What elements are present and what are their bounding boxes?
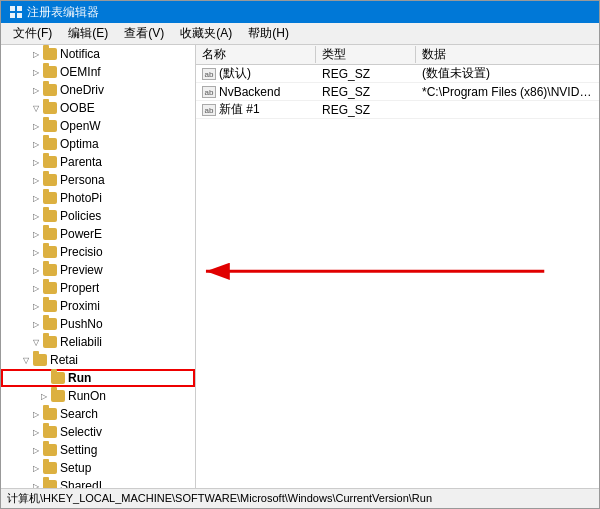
menu-help[interactable]: 帮助(H) (240, 23, 297, 44)
tree-item-runon[interactable]: ▷ RunOn (1, 387, 195, 405)
tree-label: Search (60, 407, 98, 421)
expand-icon: ▷ (29, 479, 43, 488)
folder-icon (43, 318, 57, 330)
tree-label: OEMInf (60, 65, 101, 79)
tree-label: Notifica (60, 47, 100, 61)
tree-label: Preview (60, 263, 103, 277)
col-header-type: 类型 (316, 46, 416, 63)
folder-icon (43, 246, 57, 258)
expand-icon: ▷ (29, 407, 43, 421)
folder-icon (43, 102, 57, 114)
tree-label: Retai (50, 353, 78, 367)
folder-icon (43, 174, 57, 186)
tree-item-sharedi[interactable]: ▷ SharedI (1, 477, 195, 488)
tree-label: PhotoPi (60, 191, 102, 205)
tree-label: PushNo (60, 317, 103, 331)
expand-icon: ▷ (29, 299, 43, 313)
expand-icon: ▷ (29, 191, 43, 205)
tree-item-pushno[interactable]: ▷ PushNo (1, 315, 195, 333)
svg-rect-2 (10, 13, 15, 18)
reg-icon: ab (202, 104, 216, 116)
right-panel: 名称 类型 数据 ab (默认) REG_SZ (数值未设置) ab (196, 45, 599, 488)
expand-icon: ▷ (29, 263, 43, 277)
tree-item-setup[interactable]: ▷ Setup (1, 459, 195, 477)
folder-icon (43, 282, 57, 294)
folder-icon (43, 444, 57, 456)
tree-label: RunOn (68, 389, 106, 403)
menu-favorites[interactable]: 收藏夹(A) (172, 23, 240, 44)
tree-item-persona[interactable]: ▷ Persona (1, 171, 195, 189)
tree-item-oeminf[interactable]: ▷ OEMInf (1, 63, 195, 81)
tree-item-proximi[interactable]: ▷ Proximi (1, 297, 195, 315)
tree-item-powere[interactable]: ▷ PowerE (1, 225, 195, 243)
tree-item-oobe[interactable]: ▽ OOBE (1, 99, 195, 117)
cell-type: REG_SZ (316, 67, 416, 81)
regedit-icon (9, 5, 23, 19)
expand-icon: ▷ (29, 155, 43, 169)
tree-item-precisio[interactable]: ▷ Precisio (1, 243, 195, 261)
tree-item-openw[interactable]: ▷ OpenW (1, 117, 195, 135)
tree-item-retai[interactable]: ▽ Retai (1, 351, 195, 369)
status-text: 计算机\HKEY_LOCAL_MACHINE\SOFTWARE\Microsof… (7, 491, 432, 506)
tree-item-search[interactable]: ▷ Search (1, 405, 195, 423)
reg-default-icon: ab (202, 68, 216, 80)
table-row[interactable]: ab 新值 #1 REG_SZ (196, 101, 599, 119)
main-area: ▷ Notifica ▷ OEMInf ▷ OneDriv ▽ OOBE ▷ (1, 45, 599, 488)
tree-item-run[interactable]: Run (1, 369, 195, 387)
tree-label: PowerE (60, 227, 102, 241)
table-body: ab (默认) REG_SZ (数值未设置) ab NvBackend REG_… (196, 65, 599, 488)
expand-icon: ▷ (29, 461, 43, 475)
folder-icon (43, 480, 57, 488)
folder-icon (43, 120, 57, 132)
tree-label: Optima (60, 137, 99, 151)
window-title: 注册表编辑器 (27, 4, 99, 21)
table-row[interactable]: ab (默认) REG_SZ (数值未设置) (196, 65, 599, 83)
folder-icon (43, 408, 57, 420)
tree-label: Parenta (60, 155, 102, 169)
table-row[interactable]: ab NvBackend REG_SZ *C:\Program Files (x… (196, 83, 599, 101)
tree-label: Setting (60, 443, 97, 457)
tree-item-policies[interactable]: ▷ Policies (1, 207, 195, 225)
svg-rect-3 (17, 13, 22, 18)
expand-icon: ▷ (29, 209, 43, 223)
tree-item-optima[interactable]: ▷ Optima (1, 135, 195, 153)
tree-label: Reliabili (60, 335, 102, 349)
tree-label: Proximi (60, 299, 100, 313)
tree-item-notifica[interactable]: ▷ Notifica (1, 45, 195, 63)
expand-icon: ▷ (29, 245, 43, 259)
tree-item-selectiv[interactable]: ▷ Selectiv (1, 423, 195, 441)
folder-icon (43, 336, 57, 348)
tree-item-preview[interactable]: ▷ Preview (1, 261, 195, 279)
tree-item-parenta[interactable]: ▷ Parenta (1, 153, 195, 171)
folder-icon (43, 462, 57, 474)
expand-icon: ▷ (29, 317, 43, 331)
expand-icon: ▽ (29, 335, 43, 349)
tree-item-setting[interactable]: ▷ Setting (1, 441, 195, 459)
tree-item-onedriv[interactable]: ▷ OneDriv (1, 81, 195, 99)
folder-icon (43, 426, 57, 438)
expand-icon: ▷ (29, 425, 43, 439)
cell-type: REG_SZ (316, 103, 416, 117)
tree-item-propert[interactable]: ▷ Propert (1, 279, 195, 297)
expand-icon: ▽ (29, 101, 43, 115)
tree-label: Precisio (60, 245, 103, 259)
folder-icon (43, 192, 57, 204)
tree-panel[interactable]: ▷ Notifica ▷ OEMInf ▷ OneDriv ▽ OOBE ▷ (1, 45, 196, 488)
cell-name: ab NvBackend (196, 85, 316, 99)
svg-rect-1 (17, 6, 22, 11)
tree-label: SharedI (60, 479, 102, 488)
regedit-window: 注册表编辑器 文件(F) 编辑(E) 查看(V) 收藏夹(A) 帮助(H) ▷ … (0, 0, 600, 509)
expand-icon: ▷ (29, 227, 43, 241)
expand-icon (37, 371, 51, 385)
tree-label: Persona (60, 173, 105, 187)
tree-item-photopi[interactable]: ▷ PhotoPi (1, 189, 195, 207)
tree-item-reliabili[interactable]: ▽ Reliabili (1, 333, 195, 351)
menu-view[interactable]: 查看(V) (116, 23, 172, 44)
menu-bar: 文件(F) 编辑(E) 查看(V) 收藏夹(A) 帮助(H) (1, 23, 599, 45)
status-bar: 计算机\HKEY_LOCAL_MACHINE\SOFTWARE\Microsof… (1, 488, 599, 508)
tree-label: Propert (60, 281, 99, 295)
menu-file[interactable]: 文件(F) (5, 23, 60, 44)
expand-icon: ▷ (37, 389, 51, 403)
menu-edit[interactable]: 编辑(E) (60, 23, 116, 44)
tree-label: OOBE (60, 101, 95, 115)
